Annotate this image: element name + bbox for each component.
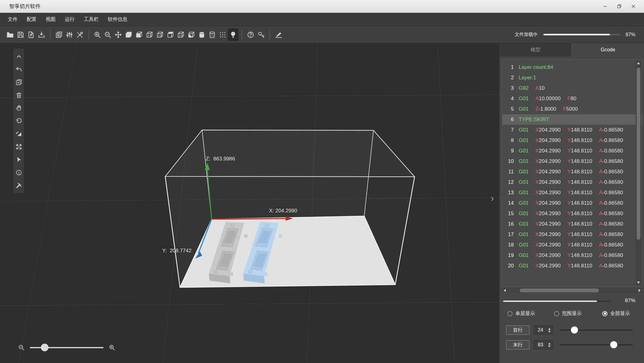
delete-model-button[interactable] xyxy=(14,89,24,101)
gcode-line[interactable]: 6TYPE:SKIRT xyxy=(502,114,642,125)
pan-hand-button[interactable] xyxy=(14,101,24,114)
viewport-zoom-thumb[interactable] xyxy=(41,344,49,351)
view-cube-solid-button[interactable] xyxy=(123,29,134,41)
gcode-line[interactable]: 10G01X204.2990Y148.8110A-0.86580 xyxy=(502,156,642,167)
display-mode-option[interactable]: 单层显示 xyxy=(507,309,535,318)
last-line-slider-thumb[interactable] xyxy=(610,341,617,348)
last-line-slider[interactable] xyxy=(560,344,633,345)
spinner-down-icon[interactable] xyxy=(548,345,551,347)
viewport-3d[interactable]: Z: 863.9986 X: 204.2990 Y: 208.7742 xyxy=(0,43,499,363)
restore-button[interactable] xyxy=(612,0,626,13)
gcode-line[interactable]: 13G01X204.2990Y148.8110A-0.86580 xyxy=(502,187,642,198)
last-line-spinner[interactable]: 83 xyxy=(534,340,553,349)
spinner-down-icon[interactable] xyxy=(548,331,551,333)
gcode-line[interactable]: 12G01X204.2990Y148.8110A-0.86580 xyxy=(502,177,642,187)
menu-item[interactable]: 视图 xyxy=(41,13,60,26)
menu-item[interactable]: 运行 xyxy=(60,13,79,26)
first-line-slider-thumb[interactable] xyxy=(571,326,578,333)
zoom-out-icon[interactable] xyxy=(18,344,25,351)
fit-view-button[interactable] xyxy=(14,140,24,153)
select-button[interactable] xyxy=(14,153,24,166)
gcode-line[interactable]: 7G01X204.2990Y148.8110A-0.86580 xyxy=(502,125,642,135)
help-button[interactable] xyxy=(245,29,256,41)
cylinder-wire-button[interactable] xyxy=(207,29,217,41)
undo-button[interactable] xyxy=(14,63,24,76)
gcode-token: 148.8110 xyxy=(571,169,592,175)
gcode-vertical-scrollbar[interactable] xyxy=(636,60,641,285)
zoom-out-button[interactable] xyxy=(103,29,113,41)
mirror-button[interactable] xyxy=(14,127,24,140)
scroll-up-button[interactable] xyxy=(636,60,641,66)
display-mode-option[interactable]: 范围显示 xyxy=(554,309,582,318)
menu-item[interactable]: 软件信息 xyxy=(103,13,132,26)
close-button[interactable] xyxy=(626,0,640,13)
display-mode-option[interactable]: 全部显示 xyxy=(602,309,630,318)
menu-item[interactable]: 文件 xyxy=(3,13,22,26)
key-button[interactable] xyxy=(256,29,266,41)
last-line-button[interactable]: 末行 xyxy=(506,340,529,349)
spinner-up-icon[interactable] xyxy=(548,343,551,345)
measure-button[interactable] xyxy=(14,179,24,192)
cylinder-solid-button[interactable] xyxy=(197,29,207,41)
panel-collapse-handle[interactable] xyxy=(489,195,496,202)
light-toggle-button[interactable] xyxy=(228,29,238,41)
scroll-down-button[interactable] xyxy=(636,280,641,285)
gcode-line[interactable]: 5G01Z-1.8000F5000 xyxy=(502,104,642,114)
gcode-list[interactable]: 1Layer count:842Layer:13G92A104G01A10.00… xyxy=(502,59,642,287)
first-line-spinner[interactable]: 24 xyxy=(534,326,553,335)
title-bar: 智享切片软件 xyxy=(0,0,644,13)
scroll-right-button[interactable] xyxy=(637,288,642,293)
copy-model-button[interactable] xyxy=(54,29,64,41)
info-button[interactable] xyxy=(14,166,24,179)
view-cube-iso-button[interactable] xyxy=(186,29,197,41)
menu-item[interactable]: 工具栏 xyxy=(79,13,103,26)
gcode-line[interactable]: 19G01X204.2990Y148.8110A-0.86580 xyxy=(502,250,642,261)
delete-model-icon xyxy=(15,92,22,99)
add-model-button[interactable] xyxy=(14,76,24,89)
rotate-button[interactable] xyxy=(14,114,24,127)
view-cube-right-button[interactable] xyxy=(155,29,165,41)
horizontal-scroll-thumb[interactable] xyxy=(520,289,599,292)
save-file-button[interactable] xyxy=(15,29,26,41)
gcode-line[interactable]: 17G01X204.2990Y148.8110A-0.86580 xyxy=(502,229,642,240)
first-line-slider[interactable] xyxy=(560,329,633,331)
cut-tool-button[interactable] xyxy=(273,29,284,41)
tab-model[interactable]: 模型 xyxy=(499,43,572,57)
export-gcode-button[interactable] xyxy=(36,29,47,41)
zoom-in-button[interactable] xyxy=(92,29,103,41)
viewport-zoom-slider[interactable] xyxy=(30,347,103,348)
view-cube-front-button[interactable] xyxy=(134,29,144,41)
gcode-line[interactable]: 14G01X204.2990Y148.8110A-0.86580 xyxy=(502,198,642,208)
gcode-line[interactable]: 4G01A10.00000F80 xyxy=(502,93,642,104)
open-file-button[interactable] xyxy=(5,29,15,41)
gcode-line[interactable]: 11G01X204.2990Y148.8110A-0.86580 xyxy=(502,167,642,177)
minimize-button[interactable] xyxy=(598,0,612,13)
first-line-button[interactable]: 首行 xyxy=(506,326,529,335)
view-cube-top-button[interactable] xyxy=(165,29,176,41)
tab-gcode[interactable]: Gcode xyxy=(572,43,644,57)
gcode-horizontal-scrollbar[interactable] xyxy=(502,288,642,293)
collapse-up-button[interactable] xyxy=(14,50,24,63)
gcode-line[interactable]: 3G92A10 xyxy=(502,83,642,93)
gcode-line[interactable]: 1Layer count:84 xyxy=(502,62,642,73)
scroll-left-button[interactable] xyxy=(502,288,507,293)
gcode-line[interactable]: 16G01X204.2990Y148.8110A-0.86580 xyxy=(502,219,642,229)
point-cloud-button[interactable] xyxy=(217,29,228,41)
gcode-line[interactable]: 8G01X204.2990Y148.8110A-0.86580 xyxy=(502,135,642,146)
gcode-line[interactable]: 18G01X204.2990Y148.8110A-0.86580 xyxy=(502,240,642,250)
machine-tools-button[interactable] xyxy=(75,29,85,41)
gcode-line[interactable]: 15G01X204.2990Y148.8110A-0.86580 xyxy=(502,208,642,219)
gcode-line[interactable]: 9G01X204.2990Y148.8110A-0.86580 xyxy=(502,146,642,156)
vertical-scroll-thumb[interactable] xyxy=(637,68,640,240)
gcode-line[interactable]: 20G01X204.2990Y148.8110A-0.86580 xyxy=(502,261,642,271)
param-sliders-button[interactable] xyxy=(64,29,75,41)
move-view-button[interactable] xyxy=(113,29,123,41)
mode-label: 全部显示 xyxy=(610,310,630,317)
menu-item[interactable]: 配置 xyxy=(22,13,41,26)
view-cube-bottom-button[interactable] xyxy=(176,29,186,41)
import-model-button[interactable] xyxy=(26,29,36,41)
gcode-line[interactable]: 2Layer:1 xyxy=(502,73,642,83)
zoom-in-icon[interactable] xyxy=(108,344,115,351)
view-cube-left-button[interactable] xyxy=(144,29,155,41)
spinner-up-icon[interactable] xyxy=(548,328,551,330)
